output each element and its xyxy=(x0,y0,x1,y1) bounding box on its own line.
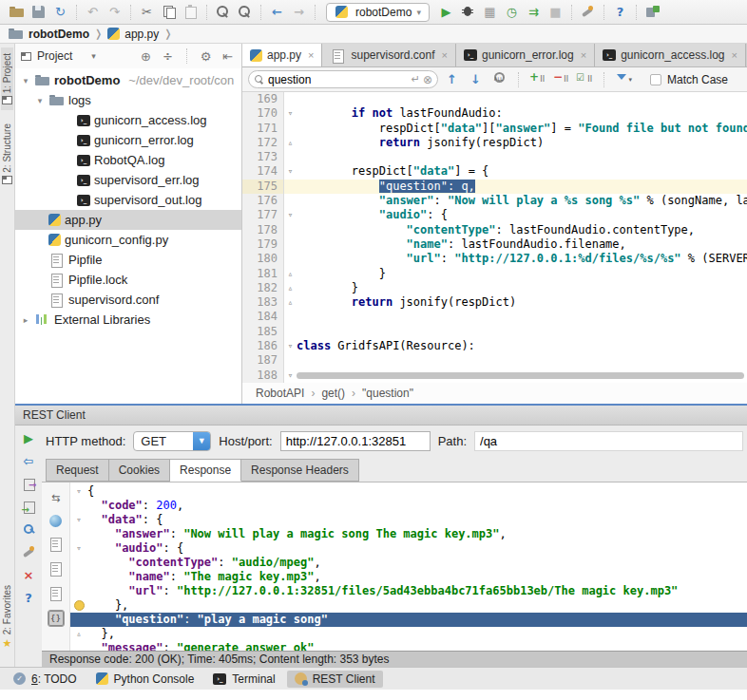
settings-wrench-icon[interactable] xyxy=(580,4,596,20)
help-icon[interactable]: ? xyxy=(612,4,628,20)
settings-wrench-icon[interactable] xyxy=(21,544,37,560)
forward-icon[interactable]: → xyxy=(291,4,307,20)
json-view-icon[interactable] xyxy=(48,610,65,627)
code-editor[interactable]: 169170▿ if not lastFoundAudio:171 respDi… xyxy=(242,92,747,383)
collapse-all-icon[interactable]: ÷ xyxy=(160,48,176,65)
tree-expand-icon[interactable]: ▾ xyxy=(21,76,30,85)
host-port-input[interactable] xyxy=(280,431,431,451)
filter-icon[interactable] xyxy=(615,71,631,87)
close-icon[interactable]: × xyxy=(581,49,586,61)
redo-icon[interactable]: ↷ xyxy=(106,4,123,20)
profiler-icon[interactable]: ◷ xyxy=(504,4,520,20)
tree-item-external-libraries[interactable]: ▸External Libraries xyxy=(15,310,241,330)
save-all-icon[interactable] xyxy=(30,4,47,20)
back-icon[interactable]: ← xyxy=(269,4,285,20)
tab-cookies[interactable]: Cookies xyxy=(109,459,170,482)
fold-marker[interactable]: ▿ xyxy=(284,369,297,383)
breadcrumb-item[interactable]: "question" xyxy=(362,387,413,400)
tree-item-supervisord-conf[interactable]: supervisord.conf xyxy=(15,290,241,310)
tree-item-pipfile-lock[interactable]: Pipfile.lock xyxy=(15,270,241,290)
breadcrumb-item[interactable]: RobotAPI xyxy=(256,387,304,400)
back-response-icon[interactable]: ⇦ xyxy=(21,453,37,469)
paste-icon[interactable] xyxy=(182,4,199,20)
text-view-icon[interactable] xyxy=(48,536,64,552)
fold-marker[interactable]: ▵ xyxy=(284,295,297,310)
bottom-tab-python-console[interactable]: Python Console xyxy=(88,671,202,688)
fold-marker[interactable]: ▿ xyxy=(284,106,297,121)
fold-marker[interactable]: ▿ xyxy=(284,164,297,179)
run-icon[interactable]: ▶ xyxy=(438,4,454,20)
close-icon[interactable]: × xyxy=(308,49,314,61)
breadcrumb-file[interactable]: app.py xyxy=(124,28,159,41)
import-request-icon[interactable] xyxy=(21,499,37,515)
tree-item-supervisord_err-log[interactable]: supervisord_err.log xyxy=(15,170,241,190)
tab-supervisord-conf[interactable]: supervisord.conf× xyxy=(322,44,455,66)
add-selection-icon[interactable] xyxy=(529,71,546,87)
fold-marker[interactable]: ▵ xyxy=(284,136,297,150)
tree-item-app-py[interactable]: app.py xyxy=(15,210,241,230)
find-icon[interactable] xyxy=(215,4,231,20)
clear-search-icon[interactable]: ⊗ xyxy=(423,73,432,86)
path-input[interactable] xyxy=(474,431,743,451)
bottom-tab--todo[interactable]: 6: TODO xyxy=(6,671,85,688)
fold-marker[interactable]: ▿ xyxy=(70,541,87,556)
find-all-icon[interactable] xyxy=(491,71,508,87)
next-occurrence-icon[interactable]: ↓ xyxy=(468,71,484,87)
locate-file-icon[interactable]: ⊕ xyxy=(138,48,154,65)
commit-icon[interactable] xyxy=(644,4,661,20)
open-folder-icon[interactable] xyxy=(9,4,25,20)
stripe-item-2-favorites[interactable]: 2: Favorites★ xyxy=(2,585,12,650)
stripe-item-1-project[interactable]: 1: Project xyxy=(1,47,13,110)
close-icon[interactable]: × xyxy=(732,49,737,61)
tab-request[interactable]: Request xyxy=(46,459,109,482)
tab-gunicorn_access-log[interactable]: gunicorn_access.log× xyxy=(595,44,746,66)
help-icon[interactable]: ? xyxy=(21,590,37,606)
match-case-checkbox[interactable] xyxy=(650,74,661,85)
tree-item-supervisord_out-log[interactable]: supervisord_out.log xyxy=(15,190,241,210)
tree-item-pipfile[interactable]: Pipfile xyxy=(15,250,241,270)
project-panel-title[interactable]: Project xyxy=(37,49,72,63)
intention-bulb-icon[interactable] xyxy=(70,598,87,613)
chevron-down-icon[interactable]: ▾ xyxy=(91,51,96,61)
hide-panel-icon[interactable]: ⇤ xyxy=(220,48,236,65)
sync-icon[interactable]: ↻ xyxy=(52,4,68,20)
authentication-keys-icon[interactable] xyxy=(21,521,37,538)
stop-icon[interactable]: ■ xyxy=(547,4,564,20)
search-input[interactable] xyxy=(268,73,409,86)
tab-response-headers[interactable]: Response Headers xyxy=(241,459,359,482)
previous-occurrence-icon[interactable]: ↑ xyxy=(444,71,460,87)
tab-gunicorn_error-log[interactable]: gunicorn_error.log× xyxy=(456,44,595,66)
copy-icon[interactable] xyxy=(161,4,177,20)
replace-icon[interactable] xyxy=(237,4,253,20)
xml-view-icon[interactable] xyxy=(48,585,64,601)
fold-marker[interactable]: ▿ xyxy=(70,513,87,527)
tree-expand-icon[interactable]: ▸ xyxy=(21,315,30,325)
coverage-icon[interactable]: ▦ xyxy=(482,4,498,20)
tree-expand-icon[interactable]: ▾ xyxy=(35,96,45,105)
tree-item-robotdemo[interactable]: ▾robotDemo~/dev/dev_root/con xyxy=(15,70,241,90)
tab-app-py[interactable]: app.py× xyxy=(242,44,322,66)
bottom-tab-terminal[interactable]: Terminal xyxy=(205,671,282,688)
tree-item-gunicorn_error-log[interactable]: gunicorn_error.log xyxy=(15,130,241,150)
sync-scroll-icon[interactable] xyxy=(48,490,64,506)
html-view-icon[interactable] xyxy=(48,560,64,577)
gear-icon[interactable]: ⚙ xyxy=(198,48,214,65)
undo-icon[interactable]: ↶ xyxy=(85,4,101,20)
horizontal-scrollbar[interactable] xyxy=(297,372,744,379)
fold-marker[interactable]: ▵ xyxy=(70,627,87,641)
tab-response[interactable]: Response xyxy=(170,459,241,482)
fold-marker[interactable]: ▿ xyxy=(284,339,297,353)
tree-item-robotqa-log[interactable]: RobotQA.log xyxy=(15,150,241,170)
fold-marker[interactable]: ▵ xyxy=(284,281,297,295)
match-case-option[interactable]: Match Case xyxy=(650,73,728,86)
tree-item-logs[interactable]: ▾logs xyxy=(15,90,241,110)
tree-item-gunicorn_config-py[interactable]: gunicorn_config.py xyxy=(15,230,241,250)
breadcrumb-project[interactable]: robotDemo xyxy=(29,28,89,41)
debug-icon[interactable] xyxy=(460,4,476,20)
tree-item-gunicorn_access-log[interactable]: gunicorn_access.log xyxy=(15,110,241,130)
run-with-coverage-icon[interactable]: ⇉ xyxy=(526,4,542,20)
close-icon[interactable]: × xyxy=(21,567,37,583)
rest-client-title[interactable]: REST Client xyxy=(15,406,747,426)
send-request-icon[interactable]: ▶ xyxy=(21,430,37,446)
select-all-occurrences-icon[interactable] xyxy=(577,71,593,87)
